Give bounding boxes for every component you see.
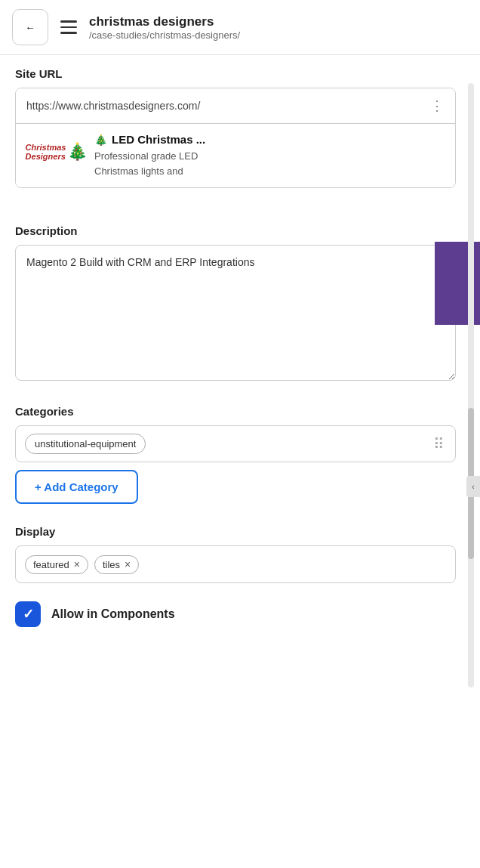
search-result-card: ChristmasDesigners 🎄 🎄 LED Christmas ...… <box>16 124 455 187</box>
url-input-box[interactable]: https://www.christmasdesigners.com/ ⋮ <box>16 88 455 124</box>
search-result-desc: Professional grade LED Christmas lights … <box>94 149 445 178</box>
display-tag-tiles: tiles × <box>94 555 139 574</box>
allow-checkbox[interactable]: ✓ <box>15 601 41 627</box>
search-result-title: 🎄 LED Christmas ... <box>94 133 445 146</box>
display-tags-box[interactable]: featured × tiles × <box>15 545 456 583</box>
search-result-info: 🎄 LED Christmas ... Professional grade L… <box>94 133 445 178</box>
category-tag-box: unstitutional-equipment ⠿ <box>15 425 456 462</box>
url-value: https://www.christmasdesigners.com/ <box>26 100 200 112</box>
tiles-label: tiles <box>103 559 120 570</box>
collapse-arrow[interactable]: ‹ <box>466 476 480 497</box>
hamburger-line1 <box>60 20 77 23</box>
grid-dots-icon: ⠿ <box>433 435 446 453</box>
brand-tree-icon: 🎄 <box>67 142 88 162</box>
result-desc-line2: Christmas lights and <box>94 165 183 177</box>
hamburger-menu[interactable] <box>57 17 80 37</box>
back-icon: ← <box>25 22 35 33</box>
featured-close-button[interactable]: × <box>74 559 80 570</box>
back-button[interactable]: ← <box>12 9 48 45</box>
allow-in-components-section: ✓ Allow in Components <box>15 589 456 633</box>
brand-logo: ChristmasDesigners 🎄 <box>26 133 87 171</box>
display-label: Display <box>15 525 456 538</box>
checkmark-icon: ✓ <box>23 606 34 622</box>
main-content: Site URL https://www.christmasdesigners.… <box>0 55 480 656</box>
hamburger-line3 <box>60 32 77 34</box>
header-text: christmas designers /case-studies/christ… <box>89 14 240 41</box>
header: ← christmas designers /case-studies/chri… <box>0 0 480 55</box>
brand-name: ChristmasDesigners <box>26 143 66 161</box>
display-section: Display featured × tiles × <box>15 510 456 589</box>
result-title-text: LED Christmas ... <box>112 133 205 146</box>
dots-icon[interactable]: ⋮ <box>430 97 445 114</box>
url-wrapper: https://www.christmasdesigners.com/ ⋮ Ch… <box>15 88 456 188</box>
add-category-button[interactable]: + Add Category <box>15 470 138 504</box>
result-desc-line1: Professional grade LED <box>94 150 198 162</box>
favicon-icon: 🎄 <box>94 134 107 146</box>
page-subtitle: /case-studies/christmas-designers/ <box>89 29 240 41</box>
hamburger-line2 <box>60 26 77 29</box>
description-textarea[interactable]: Magento 2 Build with CRM and ERP Integra… <box>15 245 456 381</box>
description-label: Description <box>15 224 456 237</box>
description-section: Description Magento 2 Build with CRM and… <box>15 209 456 390</box>
display-tag-featured: featured × <box>25 555 88 574</box>
site-url-label: Site URL <box>15 67 456 80</box>
tiles-close-button[interactable]: × <box>125 559 131 570</box>
site-url-section: Site URL https://www.christmasdesigners.… <box>15 55 456 209</box>
featured-label: featured <box>33 559 69 570</box>
allow-label: Allow in Components <box>51 607 175 621</box>
categories-section: Categories unstitutional-equipment ⠿ + A… <box>15 390 456 510</box>
category-tag[interactable]: unstitutional-equipment <box>25 434 146 454</box>
page-title: christmas designers <box>89 14 240 29</box>
scrollbar-track <box>468 83 474 687</box>
categories-label: Categories <box>15 405 456 418</box>
